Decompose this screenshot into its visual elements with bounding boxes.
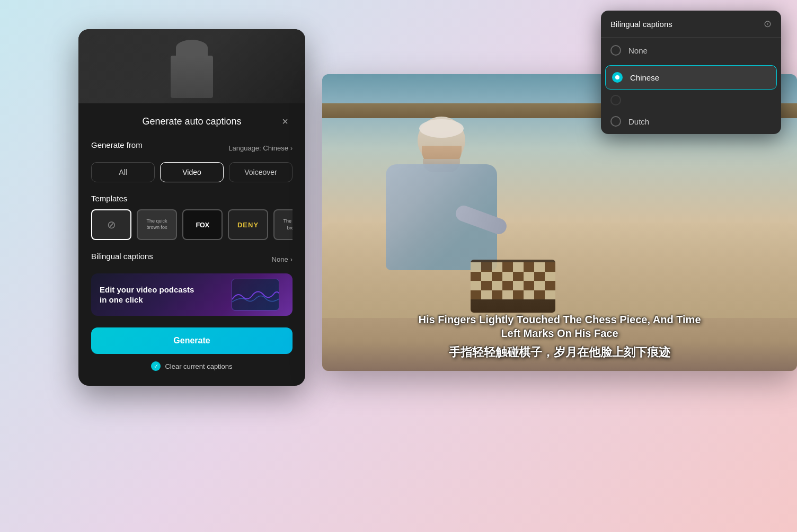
bilingual-label: Bilingual captions [91, 252, 153, 261]
bilingual-value: None [272, 255, 288, 263]
subtitle-chinese: 手指轻轻触碰棋子，岁月在他脸上刻下痕迹 [322, 344, 797, 360]
radio-blank [610, 95, 621, 105]
template-deny[interactable]: DENY [228, 209, 268, 240]
bilingual-chevron-icon: › [290, 255, 293, 263]
language-value: Language: Chinese [228, 144, 288, 152]
template-none[interactable]: ⊘ [91, 209, 131, 240]
option-chinese-label: Chinese [630, 73, 659, 82]
option-chinese[interactable]: Chinese [605, 65, 777, 90]
radio-none [610, 45, 621, 56]
templates-list: ⊘ The quick brown fox FOX DENY The quick… [91, 209, 293, 240]
language-chevron-icon: › [290, 145, 293, 152]
generate-button[interactable]: Generate [91, 327, 293, 354]
bilingual-captions-dropdown: Bilingual captions ⊙ None Chinese Dutch [601, 11, 781, 134]
template-brown-text: The quick brown [274, 216, 293, 233]
templates-label: Templates [91, 194, 293, 203]
promo-visual [224, 273, 287, 316]
dropdown-close-icon: ⊙ [764, 18, 772, 30]
dropdown-title: Bilingual captions [610, 20, 672, 29]
clear-label: Clear current captions [165, 362, 232, 370]
promo-screen-graphic [232, 279, 279, 311]
template-plain[interactable]: The quick brown fox [137, 209, 177, 240]
radio-inner-dot [615, 75, 619, 79]
radio-chinese [612, 72, 623, 83]
chess-board [471, 260, 555, 313]
bilingual-selector[interactable]: None › [272, 255, 293, 263]
template-fox[interactable]: FOX [182, 209, 223, 240]
bilingual-row: Bilingual captions None › [91, 252, 293, 267]
dialog-header-image [78, 29, 305, 103]
language-selector[interactable]: Language: Chinese › [228, 144, 293, 152]
source-button-group: All Video Voiceover [91, 162, 293, 182]
dialog-title-text: Generate auto captions [106, 116, 278, 127]
promo-banner[interactable]: Edit your video podcasts in one click [91, 273, 293, 316]
template-plain-text: The quick brown fox [138, 216, 176, 233]
subtitle-en-line2: Left Marks On His Face [501, 327, 618, 339]
generate-from-label: Generate from [91, 140, 143, 149]
dropdown-header: Bilingual captions ⊙ [601, 11, 781, 38]
none-icon: ⊘ [107, 218, 116, 231]
template-fox-text: FOX [196, 221, 209, 229]
generate-captions-dialog: Generate auto captions × Generate from L… [78, 29, 305, 386]
clear-captions-row: ✓ Clear current captions [91, 361, 293, 375]
dialog-content: Generate auto captions × Generate from L… [78, 103, 305, 386]
source-video-button[interactable]: Video [160, 162, 224, 182]
option-none-label: None [628, 46, 648, 55]
option-blank [601, 92, 781, 109]
option-dutch[interactable]: Dutch [601, 109, 781, 134]
option-none[interactable]: None [601, 38, 781, 63]
close-button[interactable]: × [278, 114, 293, 129]
promo-wave-icon [232, 289, 279, 305]
source-all-button[interactable]: All [91, 162, 155, 182]
dialog-title-row: Generate auto captions × [91, 114, 293, 129]
subtitle-area: His Fingers Lightly Touched The Chess Pi… [322, 313, 797, 360]
subtitle-english: His Fingers Lightly Touched The Chess Pi… [322, 313, 797, 340]
check-icon: ✓ [151, 361, 161, 371]
radio-dutch [610, 116, 621, 127]
dropdown-close-button[interactable]: ⊙ [764, 18, 772, 30]
templates-section: Templates ⊘ The quick brown fox FOX DENY [91, 194, 293, 240]
template-deny-text: DENY [237, 221, 259, 229]
promo-text: Edit your video podcasts in one click [100, 285, 195, 305]
subtitle-en-line1: His Fingers Lightly Touched The Chess Pi… [418, 314, 701, 325]
template-brown[interactable]: The quick brown [273, 209, 293, 240]
option-dutch-label: Dutch [628, 117, 649, 126]
generate-from-row: Generate from Language: Chinese › [91, 140, 293, 156]
source-voiceover-button[interactable]: Voiceover [229, 162, 293, 182]
